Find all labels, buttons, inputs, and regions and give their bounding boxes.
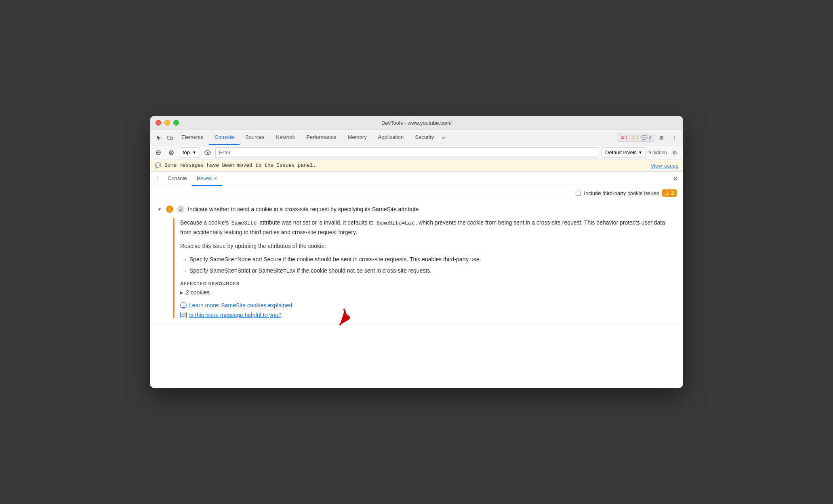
error-count: 1 bbox=[625, 135, 628, 141]
filter-input[interactable] bbox=[215, 147, 599, 158]
code-samesite: SameSite bbox=[230, 220, 258, 227]
chevron-down-icon: ▼ bbox=[192, 150, 196, 155]
chat-icon: 💬 bbox=[155, 162, 161, 169]
affected-resources-label: AFFECTED RESOURCES bbox=[180, 281, 677, 286]
external-link-icon: → bbox=[180, 302, 187, 309]
tab-application[interactable]: Application bbox=[372, 130, 410, 145]
tab-console[interactable]: Console bbox=[209, 130, 240, 145]
clear-console-icon[interactable] bbox=[166, 147, 177, 158]
issue-resolve-text: Resolve this issue by updating the attri… bbox=[180, 242, 677, 250]
issue-title: Indicate whether to send a cookie in a c… bbox=[188, 206, 419, 212]
third-party-row: Include third-party cookie issues ⚠ 2 bbox=[150, 186, 683, 200]
feedback-link[interactable]: 💬 Is this issue message helpful to you? bbox=[180, 312, 677, 318]
cursor-icon[interactable] bbox=[153, 132, 164, 143]
issues-panel: Include third-party cookie issues ⚠ 2 ▼ … bbox=[150, 186, 683, 388]
third-party-checkbox[interactable] bbox=[576, 191, 581, 196]
maximize-button[interactable] bbox=[173, 120, 179, 126]
right-icons: ⊗ 1 | ⚠ 1 | 💬 2 ⚙ ⋮ bbox=[618, 132, 680, 143]
filter-settings-icon[interactable]: ⚙ bbox=[669, 147, 680, 158]
levels-label: Default levels bbox=[605, 149, 637, 155]
third-party-label[interactable]: Include third-party cookie issues bbox=[584, 190, 659, 196]
view-issues-link[interactable]: View issues bbox=[651, 163, 678, 169]
settings-icon[interactable]: ⚙ bbox=[656, 132, 667, 143]
issues-banner: 💬 Some messages have been moved to the I… bbox=[150, 160, 683, 172]
error-badge-group[interactable]: ⊗ 1 | ⚠ 1 | 💬 2 bbox=[618, 134, 654, 142]
svg-rect-0 bbox=[168, 136, 171, 139]
tab-sources[interactable]: Sources bbox=[240, 130, 270, 145]
expand-icon[interactable]: ▼ bbox=[156, 206, 163, 212]
tab-network[interactable]: Network bbox=[270, 130, 301, 145]
affected-item-count: 2 cookies bbox=[186, 289, 210, 296]
affected-toggle-icon[interactable]: ▶ bbox=[180, 290, 183, 295]
device-toggle-icon[interactable] bbox=[164, 132, 176, 143]
third-party-badge-count: 2 bbox=[671, 190, 674, 196]
window-title: DevTools - www.youtube.com/ bbox=[381, 120, 452, 126]
learn-more-text[interactable]: Learn more: SameSite cookies explained bbox=[189, 302, 292, 309]
more-options-icon[interactable]: ⋮ bbox=[669, 132, 680, 143]
feedback-icon: 💬 bbox=[180, 312, 187, 318]
titlebar: DevTools - www.youtube.com/ bbox=[150, 116, 683, 130]
issue-description: Because a cookie's SameSite attribute wa… bbox=[180, 218, 677, 237]
code-samesite-none: SameSite=None bbox=[210, 256, 251, 262]
svg-point-8 bbox=[207, 152, 208, 153]
stop-recording-icon[interactable] bbox=[153, 147, 164, 158]
issue-content: Because a cookie's SameSite attribute wa… bbox=[173, 218, 677, 318]
arrow-right-icon-2: → bbox=[182, 267, 187, 275]
context-selector[interactable]: top ▼ bbox=[179, 147, 200, 158]
eye-icon[interactable] bbox=[202, 147, 213, 158]
minimize-button[interactable] bbox=[164, 120, 170, 126]
code-samesite-lax2: SameSite=Lax bbox=[259, 267, 295, 274]
issue-header[interactable]: ▼ ! 2 Indicate whether to send a cookie … bbox=[156, 205, 677, 213]
close-panel-icon[interactable]: ✕ bbox=[670, 174, 680, 184]
levels-chevron-icon: ▼ bbox=[638, 150, 642, 155]
nav-tabs: Elements Console Sources Network Perform… bbox=[176, 130, 618, 145]
devtools-window: DevTools - www.youtube.com/ Elements Con… bbox=[150, 116, 683, 388]
message-icon: 💬 bbox=[642, 135, 648, 141]
issue-item: ▼ ! 2 Indicate whether to send a cookie … bbox=[150, 200, 683, 323]
bullet-2-text: Specify SameSite=Strict or SameSite=Lax … bbox=[189, 266, 431, 275]
close-button[interactable] bbox=[156, 120, 161, 126]
sub-tab-console[interactable]: Console bbox=[163, 172, 192, 186]
warning-icon: ⚠ bbox=[631, 135, 635, 141]
issues-banner-text: Some messages have been moved to the Iss… bbox=[164, 163, 316, 168]
traffic-lights bbox=[156, 120, 179, 126]
more-tabs-button[interactable]: » bbox=[440, 134, 447, 141]
issue-bullet-1: → Specify SameSite=None and Secure if th… bbox=[180, 255, 677, 264]
arrow-right-icon-1: → bbox=[182, 256, 187, 264]
code-secure: Secure bbox=[263, 256, 281, 262]
issue-bullet-2: → Specify SameSite=Strict or SameSite=La… bbox=[180, 266, 677, 275]
levels-dropdown[interactable]: Default levels ▼ bbox=[602, 147, 646, 158]
warning-badge-icon: ⚠ bbox=[665, 190, 669, 196]
tab-performance[interactable]: Performance bbox=[301, 130, 342, 145]
close-issues-tab-icon[interactable]: ✕ bbox=[213, 176, 217, 181]
sub-tabs: ⋮ Console Issues ✕ ✕ bbox=[150, 172, 683, 186]
red-arrow-annotation bbox=[318, 307, 350, 329]
code-samesite-lax: SameSite=Lax bbox=[375, 220, 416, 227]
affected-resources[interactable]: ▶ 2 cookies bbox=[180, 289, 677, 296]
feedback-text[interactable]: Is this issue message helpful to you? bbox=[189, 312, 282, 318]
learn-more-link[interactable]: → Learn more: SameSite cookies explained bbox=[180, 302, 677, 309]
hidden-count-area: 9 hidden ⚙ bbox=[648, 147, 680, 158]
warning-count: 1 bbox=[636, 135, 639, 141]
devtools-tabs: Elements Console Sources Network Perform… bbox=[150, 130, 683, 145]
error-icon: ⊗ bbox=[621, 135, 625, 141]
tab-security[interactable]: Security bbox=[409, 130, 440, 145]
sub-tab-issues[interactable]: Issues ✕ bbox=[192, 172, 223, 186]
issues-banner-left: 💬 Some messages have been moved to the I… bbox=[155, 162, 316, 169]
issue-body: Because a cookie's SameSite attribute wa… bbox=[156, 218, 677, 318]
issue-links: → Learn more: SameSite cookies explained… bbox=[180, 302, 677, 318]
tab-elements[interactable]: Elements bbox=[176, 130, 209, 145]
issue-warning-icon: ! bbox=[166, 206, 173, 213]
sub-tab-menu-icon[interactable]: ⋮ bbox=[153, 174, 163, 184]
tab-memory[interactable]: Memory bbox=[342, 130, 372, 145]
svg-rect-1 bbox=[171, 137, 172, 140]
console-toolbar: top ▼ Default levels ▼ 9 hidden ⚙ bbox=[150, 145, 683, 160]
bullet-1-text: Specify SameSite=None and Secure if the … bbox=[189, 255, 481, 264]
context-value: top bbox=[183, 149, 190, 155]
code-samesite-strict: SameSite=Strict bbox=[210, 267, 250, 274]
issue-count-badge: 2 bbox=[177, 205, 185, 213]
message-count: 2 bbox=[648, 135, 651, 141]
hidden-count-value: 9 hidden bbox=[648, 150, 667, 155]
